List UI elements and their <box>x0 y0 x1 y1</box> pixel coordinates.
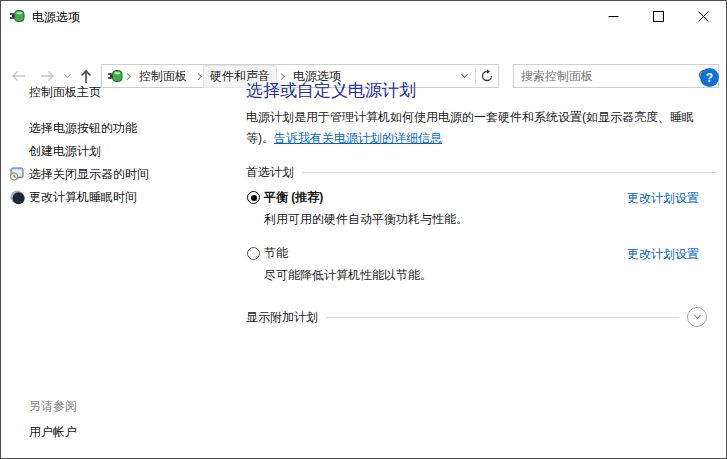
refresh-button[interactable] <box>476 65 498 87</box>
task-pane: 控制面板主页 选择电源按钮的功能 创建电源计划 选择关闭显示器的时间 更改计算机… <box>1 61 241 458</box>
close-button[interactable] <box>681 1 726 31</box>
radio-power-saver-plan[interactable] <box>247 247 260 260</box>
section-divider-line <box>302 172 716 173</box>
sidebar-item-user-accounts[interactable]: 用户帐户 <box>29 424 77 441</box>
minimize-icon <box>608 11 619 22</box>
show-additional-plans-expander[interactable] <box>687 307 707 327</box>
close-icon <box>698 11 709 22</box>
page-title: 选择或自定义电源计划 <box>246 79 416 102</box>
learn-more-link[interactable]: 告诉我有关电源计划的详细信息 <box>274 131 442 145</box>
minimize-button[interactable] <box>591 1 636 31</box>
radio-balanced-plan[interactable] <box>247 191 260 204</box>
chevron-down-icon <box>693 312 700 319</box>
window-title: 电源选项 <box>32 9 80 26</box>
preferred-plans-label: 首选计划 <box>246 164 294 181</box>
maximize-button[interactable] <box>636 1 681 31</box>
sidebar-item-turn-off-display[interactable]: 选择关闭显示器的时间 <box>29 166 149 183</box>
section-divider-line <box>326 317 679 318</box>
maximize-icon <box>653 11 664 22</box>
display-clock-icon <box>9 166 25 182</box>
sidebar-item-control-panel-home[interactable]: 控制面板主页 <box>29 84 101 101</box>
window-controls <box>591 1 726 31</box>
power-options-icon <box>9 8 25 24</box>
refresh-icon <box>480 69 494 83</box>
balanced-plan-description: 利用可用的硬件自动平衡功耗与性能。 <box>264 211 468 228</box>
power-saver-plan-description: 尽可能降低计算机性能以节能。 <box>264 267 432 284</box>
navigation-toolbar: 控制面板 硬件和声音 电源选项 <box>1 31 726 61</box>
sidebar-item-power-buttons[interactable]: 选择电源按钮的功能 <box>29 120 137 137</box>
see-also-header: 另请参阅 <box>29 398 77 415</box>
preferred-plans-section-header: 首选计划 <box>246 164 716 181</box>
search-box <box>513 64 719 88</box>
sidebar-item-computer-sleep[interactable]: 更改计算机睡眠时间 <box>29 189 137 206</box>
intro-paragraph: 电源计划是用于管理计算机如何使用电源的一套硬件和系统设置(如显示器亮度、睡眠等)… <box>246 107 717 149</box>
sleep-moon-icon <box>9 189 25 205</box>
balanced-plan-name[interactable]: 平衡 (推荐) <box>264 189 323 206</box>
search-input[interactable] <box>514 66 692 86</box>
additional-plans-label: 显示附加计划 <box>246 309 318 326</box>
additional-plans-section-header: 显示附加计划 <box>246 307 707 327</box>
help-button[interactable]: ? <box>700 68 719 87</box>
address-dropdown-button[interactable] <box>453 65 475 87</box>
title-bar: 电源选项 <box>1 1 726 31</box>
power-saver-plan-name[interactable]: 节能 <box>264 245 288 262</box>
sidebar-item-create-plan[interactable]: 创建电源计划 <box>29 143 101 160</box>
chevron-down-icon <box>460 71 467 78</box>
help-icon: ? <box>706 71 713 85</box>
power-options-window: 电源选项 <box>0 0 727 459</box>
change-plan-settings-link-power-saver[interactable]: 更改计划设置 <box>627 246 699 263</box>
change-plan-settings-link-balanced[interactable]: 更改计划设置 <box>627 190 699 207</box>
